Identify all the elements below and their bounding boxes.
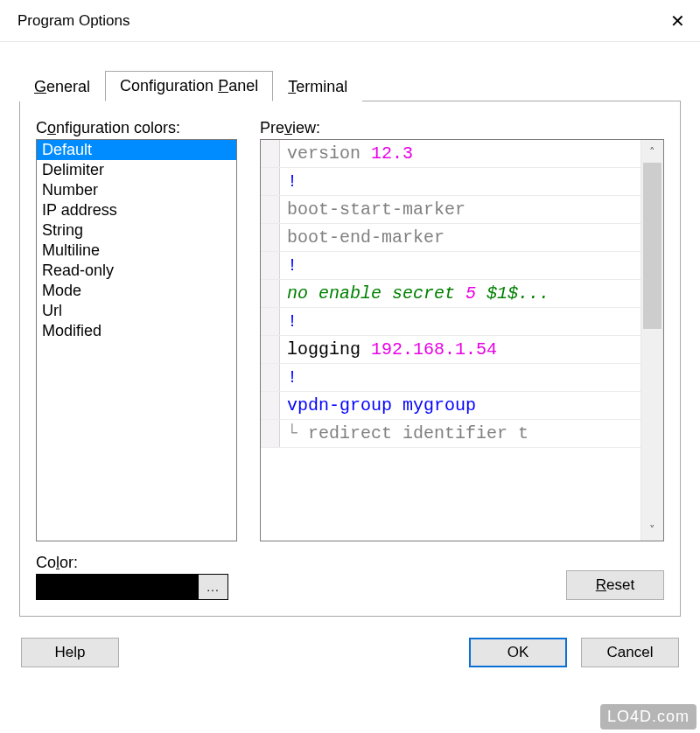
gutter-cell[interactable] [261, 420, 280, 447]
preview-line: boot-end-marker [261, 224, 640, 252]
help-button[interactable]: Help [21, 638, 119, 667]
preview-line: └ redirect identifier t [261, 420, 640, 448]
tab-panel-configuration: Configuration colors: DefaultDelimiterNu… [19, 101, 681, 617]
titlebar: Program Options ✕ [0, 0, 700, 42]
config-colors-label: Configuration colors: [36, 119, 237, 137]
list-item[interactable]: Read-only [37, 261, 236, 281]
gutter-cell[interactable] [261, 196, 280, 223]
tab-configuration-panel[interactable]: Configuration Panel [105, 71, 273, 101]
code-cell: vpdn-group mygroup [280, 392, 483, 419]
preview-line: ! [261, 168, 640, 196]
window-title: Program Options [18, 12, 130, 30]
preview-scrollbar[interactable]: ˄ ˅ [640, 140, 663, 541]
gutter-cell[interactable] [261, 392, 280, 419]
tab-terminal[interactable]: Terminal [273, 72, 362, 101]
gutter-cell[interactable] [261, 168, 280, 195]
config-colors-listbox[interactable]: DefaultDelimiterNumberIP addressStringMu… [36, 139, 237, 541]
code-cell: ! [280, 168, 304, 195]
gutter-cell[interactable] [261, 336, 280, 363]
watermark: LO4D.com [600, 704, 696, 730]
preview-line: ! [261, 252, 640, 280]
color-picker[interactable]: ... [36, 574, 228, 600]
code-cell: version 12.3 [280, 140, 420, 167]
preview-line: ! [261, 364, 640, 392]
preview-box: version 12.3!boot-start-markerboot-end-m… [260, 139, 664, 541]
list-item[interactable]: Number [37, 180, 236, 200]
gutter-cell[interactable] [261, 252, 280, 279]
ok-button[interactable]: OK [469, 638, 567, 667]
close-icon[interactable]: ✕ [660, 3, 695, 38]
preview-line: no enable secret 5 $1$... [261, 280, 640, 308]
tabstrip: General Configuration Panel Terminal [19, 70, 681, 101]
preview-line: version 12.3 [261, 140, 640, 168]
gutter-cell[interactable] [261, 308, 280, 335]
gutter-cell[interactable] [261, 280, 280, 307]
list-item[interactable]: Default [37, 140, 236, 160]
list-item[interactable]: Multiline [37, 241, 236, 261]
color-label: Color: [36, 554, 228, 572]
cancel-button[interactable]: Cancel [581, 638, 679, 667]
code-cell: logging 192.168.1.54 [280, 336, 504, 363]
dialog-content: General Configuration Panel Terminal Con… [0, 42, 700, 680]
preview-label: Preview: [260, 119, 664, 137]
preview-line: logging 192.168.1.54 [261, 336, 640, 364]
preview-line: ! [261, 308, 640, 336]
scroll-up-arrow-icon[interactable]: ˄ [641, 140, 663, 163]
code-cell: ! [280, 308, 304, 335]
list-item[interactable]: Delimiter [37, 160, 236, 180]
code-cell: ! [280, 364, 304, 391]
code-cell: boot-end-marker [280, 224, 452, 251]
code-cell: └ redirect identifier t [280, 420, 536, 447]
scroll-track[interactable] [641, 163, 663, 518]
gutter-cell[interactable] [261, 140, 280, 167]
color-more-button[interactable]: ... [198, 575, 228, 599]
list-item[interactable]: String [37, 220, 236, 241]
dialog-button-row: Help OK Cancel [19, 638, 681, 667]
list-item[interactable]: IP address [37, 200, 236, 220]
tab-general[interactable]: General [19, 72, 105, 101]
scroll-down-arrow-icon[interactable]: ˅ [641, 518, 663, 541]
list-item[interactable]: Modified [37, 321, 236, 341]
preview-line: boot-start-marker [261, 196, 640, 224]
code-cell: ! [280, 252, 304, 279]
scroll-thumb[interactable] [643, 163, 662, 329]
reset-button[interactable]: Reset [566, 570, 664, 600]
gutter-cell[interactable] [261, 364, 280, 391]
list-item[interactable]: Url [37, 301, 236, 321]
code-cell: boot-start-marker [280, 196, 472, 223]
preview-line: vpdn-group mygroup [261, 392, 640, 420]
list-item[interactable]: Mode [37, 281, 236, 301]
gutter-cell[interactable] [261, 224, 280, 251]
color-swatch [37, 575, 198, 599]
code-cell: no enable secret 5 $1$... [280, 280, 556, 307]
